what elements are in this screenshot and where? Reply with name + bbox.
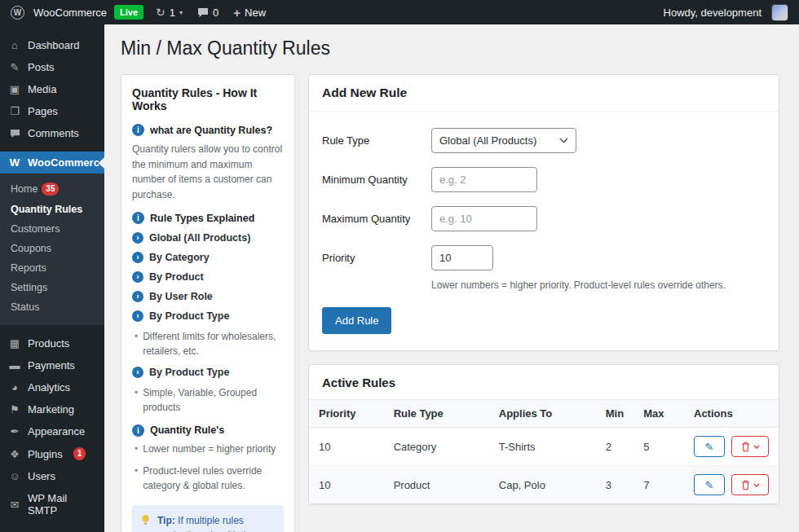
sidebar-item-comments[interactable]: Comments [0,122,104,144]
column-max: Max [633,400,684,428]
admin-sidebar: ⌂ Dashboard ✎ Posts ▣ Media ❐ Pages Comm… [0,24,104,532]
plugins-badge: 1 [73,447,86,460]
rule-type-item: › By User Role [132,291,284,302]
rule-type-label: By Product Type [149,367,229,378]
sidebar-item-pages[interactable]: ❐ Pages [0,100,104,122]
bullet-dot-icon: • [135,464,138,493]
pencil-icon: ✎ [705,441,714,453]
maximum-quantity-input[interactable] [431,206,537,231]
sidebar-item-label: WooCommerce [28,156,104,169]
submenu-item-quantity-rules[interactable]: Quantity Rules [0,200,104,219]
sidebar-item-label: Comments [28,127,79,139]
sidebar-item-label: Plugins [28,448,63,460]
sidebar-item-wp-mail-smtp[interactable]: ✉ WP Mail SMTP [0,487,104,521]
submenu-item-coupons[interactable]: Coupons [0,239,104,258]
sidebar-item-payments[interactable]: ▬ Payments [0,354,104,376]
sidebar-item-posts[interactable]: ✎ Posts [0,56,104,78]
avatar [771,4,788,21]
priority-input[interactable] [431,245,493,270]
edit-rule-button[interactable]: ✎ [694,436,725,457]
active-rules-card: Active Rules Priority Rule Type Applies … [308,364,779,504]
submenu-item-reports[interactable]: Reports [0,258,104,278]
info-icon: i [132,212,144,224]
sidebar-item-media[interactable]: ▣ Media [0,78,104,100]
trash-icon [741,480,750,490]
delete-rule-button[interactable] [731,474,769,495]
sidebar-item-appearance[interactable]: ✒ Appearance [0,420,104,442]
woocommerce-icon: W [8,156,21,169]
account-menu[interactable]: Howdy, development [656,0,796,24]
column-min: Min [596,400,633,428]
help-card-title: Quantity Rules - How It Works [132,86,284,112]
sidebar-item-woocommerce[interactable]: W WooCommerce [0,152,104,174]
help-section-heading: i Rule Types Explained [132,212,284,224]
rule-type-item: › By Product [132,271,284,283]
submenu-label: Home [11,183,38,195]
submenu-item-customers[interactable]: Customers [0,219,104,239]
sidebar-item-analytics[interactable]: ◕ Analytics [0,376,104,398]
tip-box: Tip: If multiple rules apply, the rule w… [132,505,284,532]
products-icon: ▦ [8,337,21,350]
submenu-item-home[interactable]: Home 35 [0,178,104,200]
home-badge: 35 [42,182,59,196]
sidebar-item-label: Pages [28,105,58,117]
submenu-label: Status [11,301,39,313]
active-rules-table: Priority Rule Type Applies To Min Max Ac… [309,399,779,503]
users-icon: ☺ [8,470,21,482]
rule-type-select[interactable]: Global (All Products) [431,128,576,153]
sidebar-item-label: Media [28,83,56,95]
dashboard-icon: ⌂ [8,39,21,51]
cell-priority: 10 [309,466,384,504]
rule-type-item: › By Product Type [132,310,284,322]
bullet-dot-icon: • [135,386,138,415]
rule-type-label: By User Role [149,291,213,302]
help-section-heading: i what are Quantity Rules? [132,124,284,136]
sidebar-item-plugins[interactable]: ❖ Plugins 1 [0,442,104,465]
sidebar-item-users[interactable]: ☺ Users [0,465,104,487]
add-rule-button[interactable]: Add Rule [322,307,391,334]
rule-type-item: › Global (All Products) [132,232,284,244]
rule-type-label: Rule Type [322,134,369,147]
edit-rule-button[interactable]: ✎ [694,474,725,495]
bullet-circle-icon: › [132,232,143,244]
maximum-quantity-label: Maximum Quantity [322,213,410,225]
sidebar-item-label: Users [28,470,55,482]
media-icon: ▣ [8,83,21,95]
add-rule-card-title: Add New Rule [309,75,779,112]
sidebar-item-marketing[interactable]: ⚑ Marketing [0,398,104,420]
submenu-item-status[interactable]: Status [0,297,104,317]
rule-type-label: Global (All Products) [149,232,250,244]
column-priority: Priority [309,400,384,428]
bullet-circle-icon: › [132,252,143,263]
active-rules-title: Active Rules [309,365,779,399]
admin-bar: W WooCommerce Live ↻ 1 ▾ 0 + New Howdy, … [0,0,799,24]
pencil-icon: ✎ [705,479,714,491]
note-text: Different limits for wholesalers, retail… [143,330,284,358]
priority-note: • Lower number = higher priority [132,442,284,456]
sidebar-item-products[interactable]: ▦ Products [0,332,104,354]
info-icon: i [132,124,144,136]
comments-menu[interactable]: 0 [190,0,226,24]
menu-separator [0,144,104,152]
updates-count: 1 [170,7,175,19]
site-name-link[interactable]: WooCommerce [32,0,114,24]
sidebar-item-label: WP Mail SMTP [28,492,98,517]
updates-menu[interactable]: ↻ 1 ▾ [148,0,190,24]
minimum-quantity-input[interactable] [431,167,537,192]
sidebar-item-label: Payments [28,359,75,372]
sidebar-item-dashboard[interactable]: ⌂ Dashboard [0,34,104,56]
priority-help-text: Lower numbers = higher priority. Product… [431,279,726,291]
submenu-item-settings[interactable]: Settings [0,278,104,297]
column-actions: Actions [684,400,779,428]
new-content-menu[interactable]: + New [226,0,273,24]
bullet-circle-icon: › [132,367,143,378]
comments-count: 0 [213,7,219,19]
plugins-icon: ❖ [8,448,21,460]
row-actions: ✎ [694,474,769,495]
delete-rule-button[interactable] [731,436,769,457]
menu-separator [0,325,104,332]
bullet-circle-icon: › [132,271,143,283]
wordpress-menu[interactable]: W [3,0,32,24]
cell-applies-to: T-Shirts [489,428,596,466]
howdy-text: Howdy, development [664,7,761,19]
